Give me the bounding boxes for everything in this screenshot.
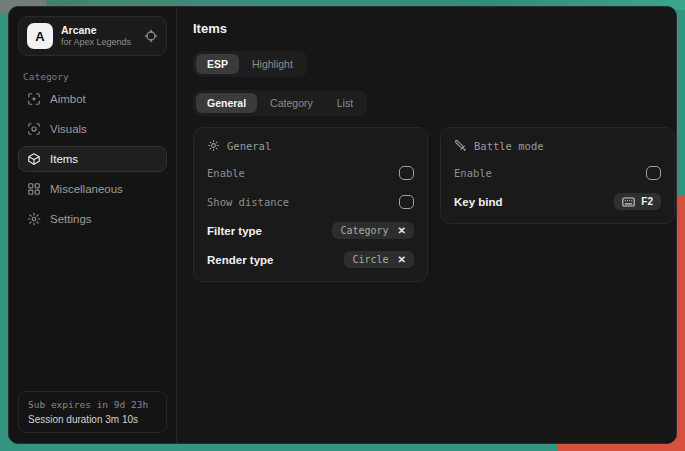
sun-icon (207, 139, 220, 152)
tab-highlight[interactable]: Highlight (241, 54, 304, 74)
app-name: Arcane (61, 24, 131, 37)
panel-title: General (227, 140, 271, 152)
tab-general[interactable]: General (196, 93, 257, 113)
keybind-value: F2 (641, 196, 653, 207)
subscription-status-card: Sub expires in 9d 23h Session duration 3… (18, 391, 167, 433)
battle-mode-panel-header: Battle mode (454, 139, 661, 152)
scan-eye-icon (27, 122, 41, 136)
aim-brackets-icon (27, 92, 41, 106)
tab-list[interactable]: List (326, 93, 364, 113)
setting-row-enable: Enable (207, 164, 414, 181)
remove-tag-icon[interactable]: ✕ (398, 226, 406, 236)
sword-icon (454, 139, 467, 152)
tag-value: Circle (352, 254, 388, 265)
app-logo-card: A Arcane for Apex Legends (18, 16, 167, 56)
app-title-block: Arcane for Apex Legends (61, 24, 131, 48)
setting-label: Filter type (207, 225, 262, 237)
show-distance-checkbox[interactable] (399, 195, 414, 209)
sidebar: A Arcane for Apex Legends Category Aimbo… (9, 7, 177, 443)
setting-row-filter-type: Filter type Category ✕ (207, 222, 414, 239)
main-content: Items ESP Highlight General Category Lis… (177, 7, 677, 443)
panel-title: Battle mode (474, 140, 544, 152)
general-panel-header: General (207, 139, 414, 152)
setting-label: Enable (207, 167, 245, 179)
sidebar-item-settings[interactable]: Settings (18, 206, 167, 232)
sidebar-item-label: Visuals (50, 123, 87, 135)
render-type-tag[interactable]: Circle ✕ (344, 251, 414, 268)
battle-enable-checkbox[interactable] (646, 166, 661, 180)
sidebar-item-label: Aimbot (50, 93, 86, 105)
sidebar-item-aimbot[interactable]: Aimbot (18, 86, 167, 112)
setting-row-render-type: Render type Circle ✕ (207, 251, 414, 268)
sidebar-item-label: Items (50, 153, 78, 165)
mode-tab-group: ESP Highlight (193, 51, 307, 77)
sidebar-section-label: Category (23, 71, 167, 82)
keyboard-icon (622, 197, 635, 207)
enable-checkbox[interactable] (399, 166, 414, 180)
setting-label: Render type (207, 254, 273, 266)
sidebar-item-label: Miscellaneous (50, 183, 123, 195)
sidebar-item-visuals[interactable]: Visuals (18, 116, 167, 142)
tab-category[interactable]: Category (259, 93, 324, 113)
sidebar-item-miscellaneous[interactable]: Miscellaneous (18, 176, 167, 202)
setting-row-key-bind: Key bind F2 (454, 193, 661, 210)
setting-label: Key bind (454, 196, 503, 208)
setting-row-show-distance: Show distance (207, 193, 414, 210)
sidebar-item-items[interactable]: Items (18, 146, 167, 172)
sidebar-item-label: Settings (50, 213, 92, 225)
grid-icon (27, 182, 41, 196)
app-subtitle: for Apex Legends (61, 37, 131, 48)
remove-tag-icon[interactable]: ✕ (398, 255, 406, 265)
setting-label: Show distance (207, 196, 289, 208)
sub-expires-text: Sub expires in 9d 23h (28, 399, 157, 410)
view-tab-group: General Category List (193, 90, 367, 116)
tag-value: Category (340, 225, 388, 236)
gear-icon (27, 212, 41, 226)
sidebar-nav: Aimbot Visuals Items (18, 86, 167, 232)
session-duration-text: Session duration 3m 10s (28, 414, 157, 425)
battle-mode-panel: Battle mode Enable Key bind F2 (440, 127, 675, 224)
app-logo: A (27, 23, 53, 49)
setting-row-enable: Enable (454, 164, 661, 181)
page-title: Items (193, 21, 675, 36)
setting-label: Enable (454, 167, 492, 179)
keybind-button[interactable]: F2 (614, 193, 661, 210)
crosshair-target-icon[interactable] (144, 29, 158, 43)
box-icon (27, 152, 41, 166)
cheat-menu-window: A Arcane for Apex Legends Category Aimbo… (8, 6, 677, 444)
general-panel: General Enable Show distance Filter type… (193, 127, 428, 282)
filter-type-tag[interactable]: Category ✕ (332, 222, 414, 239)
tab-esp[interactable]: ESP (196, 54, 239, 74)
